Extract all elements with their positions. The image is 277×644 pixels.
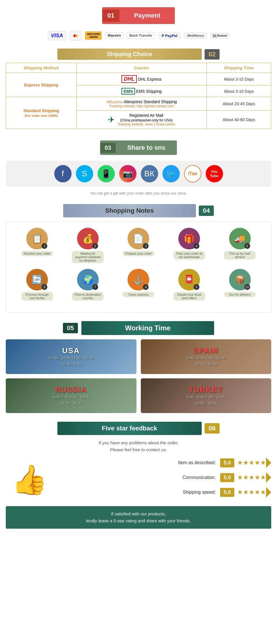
dhl-label: DHL Express (138, 77, 162, 82)
dhl-logo: DHL (121, 75, 137, 83)
instagram-icon[interactable]: 📷 (119, 165, 136, 182)
col-method: Shipping Method (6, 63, 77, 73)
col-courier: Courier (76, 63, 207, 73)
twitter-icon[interactable]: 🐦 (162, 165, 180, 182)
russia-name: RUSSIA (53, 385, 89, 394)
skype-icon[interactable]: S (76, 165, 93, 182)
sns-icons-row: f S 📱 📷 ВК 🐦 iTao YouTube (6, 161, 271, 187)
payment-icons-row: VISA ●● WESTERNUNION Maestro Bank Transf… (0, 27, 277, 44)
rating-label-2: Communication: (53, 475, 220, 480)
rating-row-3: Shipping speed: 5.0 ★★★★★ (53, 487, 271, 497)
note-item-6: 🔄6 Process through sort facility (21, 269, 53, 301)
feedback-section: Five star feedback 06 If you have any pr… (0, 417, 277, 533)
note-icon-7: 🌍7 (77, 269, 99, 290)
ali-tracking: Tracking website: http://global.cainiao.… (79, 104, 204, 108)
notes-row-2: 🔄6 Process through sort facility 🌍7 Flow… (12, 269, 265, 301)
rating-label-3: Shipping speed: (53, 490, 220, 495)
webmoney-icon: WebMoney (184, 32, 207, 39)
ems-time: About 3-10 Days (207, 86, 271, 97)
working-grid: USA 17:00 - 20:30 21:30 - 02:00 02:30 - … (6, 339, 271, 413)
express-method: Express Shipping (6, 73, 77, 97)
note-label-10: Our for delivery (224, 292, 256, 297)
usa-times: 17:00 - 20:30 21:30 - 02:00 02:30 - 5:30 (48, 355, 94, 367)
youtube-icon[interactable]: YouTube (206, 165, 223, 182)
payment-title: Payment (119, 10, 175, 22)
dhl-courier: DHL DHL Express (76, 73, 207, 86)
arrow-1 (266, 458, 271, 468)
feedback-header: Five star feedback 06 (6, 422, 271, 435)
maestro-icon: Maestro (105, 32, 123, 39)
note-icon-3: 📄3 (128, 228, 149, 249)
western-union-icon: WESTERNUNION (85, 31, 102, 40)
thumbs-up-icon: 👍 (12, 463, 48, 497)
notes-num: 04 (199, 206, 214, 216)
payment-section: 01 Payment VISA ●● WESTERNUNION Maestro … (0, 0, 277, 47)
note-icon-4: 🎁4 (178, 228, 200, 249)
shipping-header: Shipping Choice 02 (6, 49, 271, 60)
note-icon-9: 📮9 (178, 269, 200, 290)
rating-score-2: 5.0 (220, 473, 234, 482)
ali-label: Aliexpress Standard Shipping (124, 99, 177, 104)
note-label-8: Clear customs (123, 292, 154, 297)
table-row: Standard Shipping(For order over USD5) A… (6, 97, 271, 111)
payment-header: 01 Payment (0, 4, 277, 27)
note-label-5: Pck up by mail service (224, 251, 256, 260)
spain-times: 3:00 - 6:30 7:30 - 12:00 12:30 - 15:30 (186, 355, 225, 367)
ali-time: About 20-45 Days (207, 97, 271, 111)
facebook-icon[interactable]: f (54, 165, 72, 182)
notes-container: 📋1 Receive your order 💰2 Waiting for pay… (6, 222, 271, 312)
share-note: You will get a gift with your order afte… (0, 190, 277, 197)
turkey-times: 3:00 - 6:30 7:30 - 12:00 12:30 - 15:30 (186, 394, 225, 406)
working-title: Working Time (81, 321, 214, 335)
rating-stars-1: 5.0 ★★★★★ (220, 458, 271, 468)
arrow-2 (266, 472, 271, 483)
note-icon-8: ⚓8 (128, 269, 149, 290)
note-icon-2: 💰2 (77, 228, 99, 249)
whatsapp-icon[interactable]: 📱 (98, 165, 115, 182)
note-icon-10: 📦10 (229, 269, 251, 290)
note-icon-6: 🔄6 (26, 269, 48, 290)
ems-label: EMS Shipping (136, 89, 162, 94)
rating-score-3: 5.0 (220, 488, 234, 497)
note-item-9: 📮9 Depart your local post office (173, 269, 205, 301)
itao-icon[interactable]: iTao (184, 165, 201, 182)
col-time: Shipping Time (207, 63, 271, 73)
ems-logo: EMS (121, 88, 135, 95)
note-item-8: ⚓8 Clear customs (123, 269, 154, 301)
airmail-time: About 40-60 Days (207, 111, 271, 129)
russia-times: 4:00-7:30 8:30 - 13:00 13:30 - 16:30 (53, 394, 89, 406)
notes-row-1: 📋1 Receive your order 💰2 Waiting for pay… (12, 228, 265, 263)
ratings-list: Item as described: 5.0 ★★★★★ Communicati… (53, 458, 271, 502)
feedback-bottom: If satisfied with our products, kindly l… (6, 506, 271, 529)
note-item-2: 💰2 Waiting for payment released by alixp… (72, 228, 104, 263)
rating-score-1: 5.0 (220, 458, 234, 467)
spain-name: SPAIN (186, 346, 225, 355)
share-num: 03 (100, 143, 116, 153)
working-header: 05 Working Time (6, 321, 271, 335)
stars-3: ★★★★★ (237, 488, 266, 496)
note-item-4: 🎁4 Pack your order at our warehouse (173, 228, 205, 263)
usa-card: USA 17:00 - 20:30 21:30 - 02:00 02:30 - … (6, 339, 136, 374)
shipping-num: 02 (205, 49, 220, 60)
shipping-section: Shipping Choice 02 Shipping Method Couri… (0, 47, 277, 133)
arrow-3 (266, 487, 271, 497)
payment-num: 01 (102, 10, 119, 22)
notes-header: Shopping Notes 04 (6, 204, 271, 217)
rating-row-1: Item as described: 5.0 ★★★★★ (53, 458, 271, 468)
note-item-7: 🌍7 Flow to destination country (72, 269, 104, 301)
note-label-2: Waiting for payment released by alixpres… (72, 251, 104, 263)
note-item-3: 📄3 Prepare your order (123, 228, 154, 263)
rating-stars-2: 5.0 ★★★★★ (220, 472, 271, 483)
note-item-10: 📦10 Our for delivery (224, 269, 256, 301)
visa-icon: VISA (48, 31, 66, 40)
dhl-time: About 3-10 Days (207, 73, 271, 86)
turkey-card: TURKEY 3:00 - 6:30 7:30 - 12:00 12:30 - … (141, 378, 272, 413)
share-section: 03 Share to sns f S 📱 📷 ВК 🐦 iTao YouTub… (0, 133, 277, 200)
vk-icon[interactable]: ВК (141, 165, 158, 182)
feedback-num: 06 (205, 423, 220, 434)
working-time-section: 05 Working Time USA 17:00 - 20:30 21:30 … (0, 317, 277, 417)
mastercard-icon: ●● (70, 30, 82, 41)
note-label-7: Flow to destination country (72, 292, 104, 301)
feedback-content: 👍 Item as described: 5.0 ★★★★★ Communica… (6, 458, 271, 502)
ali-logo: AliExpress (106, 100, 123, 104)
